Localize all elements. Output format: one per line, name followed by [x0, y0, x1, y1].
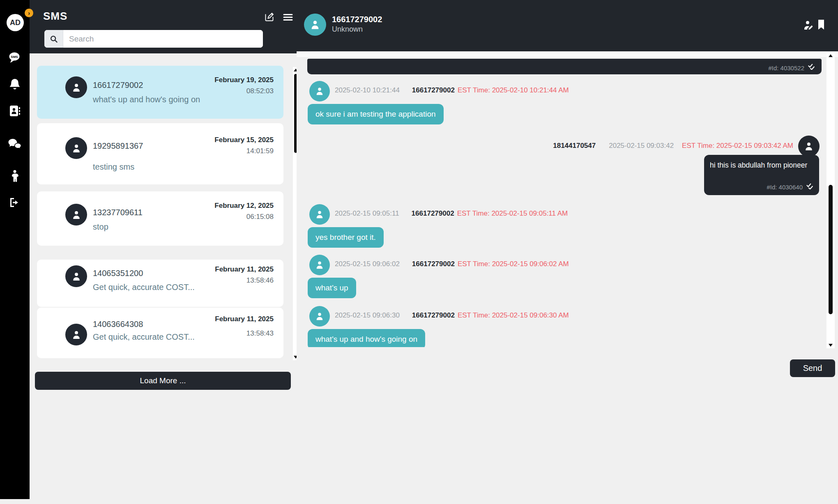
chat-area: 16617279002 Unknown #Id: 4030522 [297, 0, 838, 504]
conversation-time: 13:58:46 [246, 276, 274, 285]
message-sender-number: 16617279002 [412, 86, 455, 94]
conversation-number: 14065351200 [93, 269, 143, 278]
bookmark-icon [818, 24, 824, 31]
avatar [309, 204, 330, 225]
conversation-number: 14063664308 [93, 320, 143, 329]
message-timestamp: 2025-02-15 09:05:11 [335, 209, 399, 218]
user-avatar-initials: AD [10, 18, 21, 27]
chat-scrollbar[interactable] [826, 53, 835, 348]
conversation-date: February 12, 2025 [214, 202, 274, 210]
sms-app: AD SMS [0, 0, 838, 504]
hamburger-icon [283, 17, 293, 24]
conversation-time: 08:52:03 [246, 87, 274, 95]
send-button[interactable]: Send [790, 359, 835, 377]
conversation-preview: Get quick, accurate COST... [93, 283, 195, 292]
chat-contact-number: 16617279002 [332, 15, 382, 24]
user-avatar[interactable]: AD [7, 14, 24, 31]
conversation-time: 14:01:59 [246, 147, 274, 155]
conversation-preview: testing sms [93, 162, 134, 172]
sidebar-item-notifications[interactable] [8, 79, 21, 92]
chat-scroll-top-strip [297, 51, 838, 57]
conversation-number: 19295891367 [93, 141, 143, 151]
conversation-number: 13237709611 [93, 208, 143, 217]
message-meta: 2025-02-15 09:05:11 16617279002 EST Time… [335, 209, 568, 218]
conversation-item[interactable]: 14065351200 Get quick, accurate COST... … [37, 260, 283, 307]
conversation-date: February 11, 2025 [215, 315, 274, 323]
logout-icon [9, 198, 20, 209]
message-outgoing-clipped: #Id: 4030522 [307, 59, 822, 74]
conversation-time: 06:15:08 [246, 213, 274, 221]
conversation-date: February 11, 2025 [215, 265, 274, 274]
message-sender-number: 16617279002 [412, 311, 455, 320]
search-icon[interactable] [44, 30, 63, 48]
search-bar [44, 30, 263, 48]
message-timestamp: 2025-02-10 10:21:44 [335, 86, 400, 94]
compose-message-button[interactable] [264, 12, 275, 22]
message-id: #Id: 4030640 [767, 184, 803, 191]
chat-contact-avatar [304, 14, 326, 36]
message-sender-number: 18144170547 [553, 142, 596, 150]
double-check-icon [808, 63, 816, 71]
menu-button[interactable] [283, 12, 293, 23]
message-bubble: hi this is abdullah from pioneer #Id: 40… [704, 155, 819, 195]
avatar [309, 81, 330, 101]
message-id-row: #Id: 4030640 [767, 183, 814, 191]
scrollbar-thumb[interactable] [829, 185, 833, 314]
chat-contact-name: Unknown [332, 25, 363, 34]
scroll-down-arrow[interactable] [829, 344, 833, 347]
message-meta: 2025-02-10 10:21:44 16617279002 EST Time… [335, 86, 569, 94]
message-meta: 18144170547 2025-02-15 09:03:42 EST Time… [541, 142, 793, 150]
conversation-preview: Get quick, accurate COST... [93, 332, 195, 342]
compose-icon [264, 16, 275, 23]
message-est-time: EST Time: 2025-02-15 09:03:42 AM [682, 142, 793, 150]
conversation-time: 13:58:43 [246, 329, 274, 338]
message-id: #Id: 4030522 [768, 64, 804, 71]
conversation-preview: stop [93, 222, 108, 232]
avatar [309, 255, 330, 275]
conversation-date: February 15, 2025 [214, 136, 274, 144]
messages-scroll-area[interactable]: #Id: 4030522 2025-02-10 10:21:44 1661727… [297, 57, 838, 347]
conversation-number: 16617279002 [93, 81, 143, 90]
avatar [65, 265, 87, 287]
conversation-item[interactable]: 19295891367 testing sms February 15, 202… [37, 123, 283, 184]
person-icon [10, 170, 20, 184]
conversation-item[interactable]: 14063664308 Get quick, accurate COST... … [37, 308, 283, 358]
expand-sidebar-button[interactable]: › [25, 9, 33, 17]
message-text: hi this is abdullah from pioneer [710, 161, 807, 169]
message-est-time: EST Time: 2025-02-15 09:06:02 AM [458, 260, 569, 268]
message-bubble: what's up and how's going on [308, 329, 425, 347]
message-est-time: EST Time: 2025-02-15 09:06:30 AM [458, 311, 569, 320]
conversation-preview: what's up and how's going on [93, 95, 200, 104]
chevron-right-icon: › [28, 10, 30, 16]
load-more-button[interactable]: Load More ... [35, 372, 291, 390]
scroll-up-arrow[interactable] [829, 54, 833, 57]
message-sender-number: 16617279002 [412, 260, 455, 268]
sidebar-item-contacts[interactable] [8, 105, 21, 118]
sidebar-item-profile[interactable] [8, 170, 21, 183]
conversation-panel: SMS 16617279002 [30, 0, 297, 504]
message-est-time: EST Time: 2025-02-15 09:05:11 AM [457, 209, 568, 218]
message-est-time: EST Time: 2025-02-10 10:21:44 AM [458, 86, 569, 94]
conversation-date: February 19, 2025 [214, 76, 274, 84]
sidebar-item-sms[interactable]: SMS [8, 52, 21, 65]
search-input[interactable] [63, 30, 263, 48]
avatar [65, 76, 87, 98]
avatar [798, 136, 820, 157]
sidebar-item-logout[interactable] [8, 197, 21, 210]
sidebar-item-chats[interactable] [8, 138, 21, 152]
edit-contact-button[interactable] [803, 20, 815, 30]
avatar [65, 137, 87, 159]
svg-text:SMS: SMS [11, 55, 18, 59]
chat-bubbles-icon [8, 138, 22, 152]
conversation-item-selected[interactable]: 16617279002 what's up and how's going on… [37, 66, 283, 119]
message-bubble: ok sure i am testing the application [308, 104, 444, 124]
message-meta: 2025-02-15 09:06:30 16617279002 EST Time… [335, 311, 569, 320]
avatar [309, 306, 330, 327]
conversation-item[interactable]: 13237709611 stop February 12, 2025 06:15… [37, 191, 283, 246]
message-timestamp: 2025-02-15 09:06:02 [335, 260, 400, 268]
avatar [65, 204, 87, 226]
message-sender-number: 16617279002 [412, 209, 454, 218]
bookmark-button[interactable] [818, 19, 824, 30]
message-timestamp: 2025-02-15 09:06:30 [335, 311, 400, 320]
chat-header: 16617279002 Unknown [297, 0, 838, 51]
